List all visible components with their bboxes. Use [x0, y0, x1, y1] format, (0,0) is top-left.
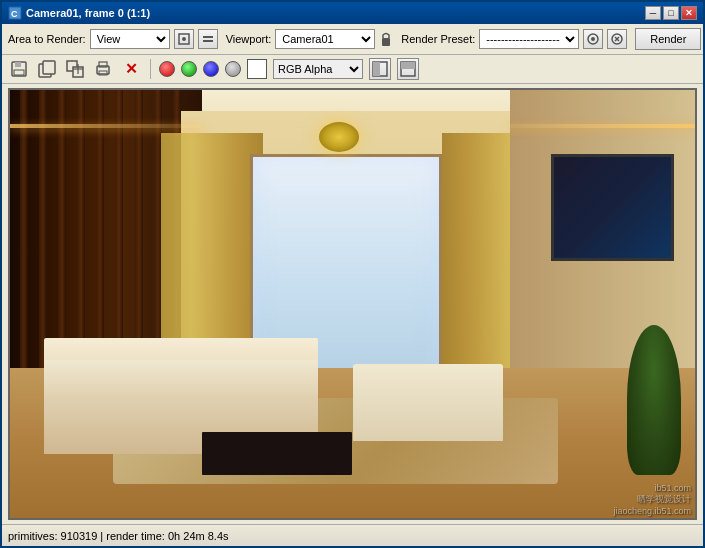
green-channel-btn[interactable] — [181, 61, 197, 77]
preset-icon2[interactable] — [607, 29, 627, 49]
tv — [551, 154, 674, 261]
preset-group: Render Preset: -------------------- — [401, 29, 627, 49]
display-btn1[interactable] — [369, 58, 391, 80]
svg-point-3 — [182, 37, 186, 41]
watermark-line2: 晒学视觉设计 — [613, 493, 691, 506]
blue-channel-btn[interactable] — [203, 61, 219, 77]
svg-rect-23 — [373, 62, 380, 76]
svg-text:C: C — [11, 9, 18, 19]
svg-rect-11 — [15, 62, 21, 67]
render-controls: Render Production — [635, 28, 705, 50]
window-controls: ─ □ ✕ — [645, 6, 697, 20]
area-label: Area to Render: — [8, 33, 86, 45]
plant — [627, 325, 682, 475]
rendered-scene: ib51.com 晒学视觉设计 jiaocheng.ib51.com — [10, 90, 695, 518]
preset-icon1[interactable] — [583, 29, 603, 49]
preset-label: Render Preset: — [401, 33, 475, 45]
render-viewport: ib51.com 晒学视觉设计 jiaocheng.ib51.com — [8, 88, 697, 520]
delete-icon-btn[interactable]: ✕ — [120, 58, 142, 80]
status-bar: primitives: 910319 | render time: 0h 24m… — [2, 524, 703, 546]
svg-point-8 — [591, 37, 595, 41]
viewport-group: Viewport: Camera01 — [226, 29, 394, 49]
svg-rect-14 — [43, 61, 55, 74]
viewport-label: Viewport: — [226, 33, 272, 45]
print-icon-btn[interactable] — [92, 58, 114, 80]
display-btn2[interactable] — [397, 58, 419, 80]
close-button[interactable]: ✕ — [681, 6, 697, 20]
maximize-button[interactable]: □ — [663, 6, 679, 20]
area-settings-btn[interactable] — [198, 29, 218, 49]
preset-select[interactable]: -------------------- — [479, 29, 579, 49]
copy-icon-btn[interactable] — [36, 58, 58, 80]
watermark: ib51.com 晒学视觉设计 jiaocheng.ib51.com — [613, 483, 691, 516]
svg-rect-4 — [203, 36, 213, 38]
svg-rect-5 — [203, 40, 213, 42]
ceiling-light-left — [10, 124, 202, 128]
area-select[interactable]: View — [90, 29, 170, 49]
watermark-line3: jiaocheng.ib51.com — [613, 506, 691, 516]
chandelier — [298, 111, 380, 162]
white-channel-btn[interactable] — [247, 59, 267, 79]
chandelier-body — [319, 122, 359, 152]
minimize-button[interactable]: ─ — [645, 6, 661, 20]
window-title: Camera01, frame 0 (1:1) — [26, 7, 645, 19]
svg-rect-25 — [401, 62, 415, 69]
app-icon: C — [8, 6, 22, 20]
toolbar-separator1 — [150, 59, 151, 79]
watermark-line1: ib51.com — [613, 483, 691, 493]
sofa-small — [353, 364, 504, 441]
area-to-render-group: Area to Render: View — [8, 29, 218, 49]
svg-rect-6 — [382, 38, 390, 46]
title-bar: C Camera01, frame 0 (1:1) ─ □ ✕ — [2, 2, 703, 24]
clone-icon-btn[interactable] — [64, 58, 86, 80]
gray-channel-btn[interactable] — [225, 61, 241, 77]
toolbar-row1: Area to Render: View Viewport: Camera01 — [2, 24, 703, 55]
svg-rect-12 — [14, 70, 24, 75]
ceiling-light-right — [510, 124, 695, 128]
viewport-select[interactable]: Camera01 — [275, 29, 375, 49]
status-text: primitives: 910319 | render time: 0h 24m… — [8, 530, 229, 542]
channel-select[interactable]: RGB Alpha — [273, 59, 363, 79]
toolbar-row2: ✕ RGB Alpha — [2, 55, 703, 84]
coffee-table — [202, 432, 353, 475]
main-window: C Camera01, frame 0 (1:1) ─ □ ✕ Area to … — [0, 0, 705, 548]
area-pick-btn[interactable] — [174, 29, 194, 49]
lock-icon — [379, 30, 393, 48]
render-button[interactable]: Render — [635, 28, 701, 50]
save-icon-btn[interactable] — [8, 58, 30, 80]
red-channel-btn[interactable] — [159, 61, 175, 77]
